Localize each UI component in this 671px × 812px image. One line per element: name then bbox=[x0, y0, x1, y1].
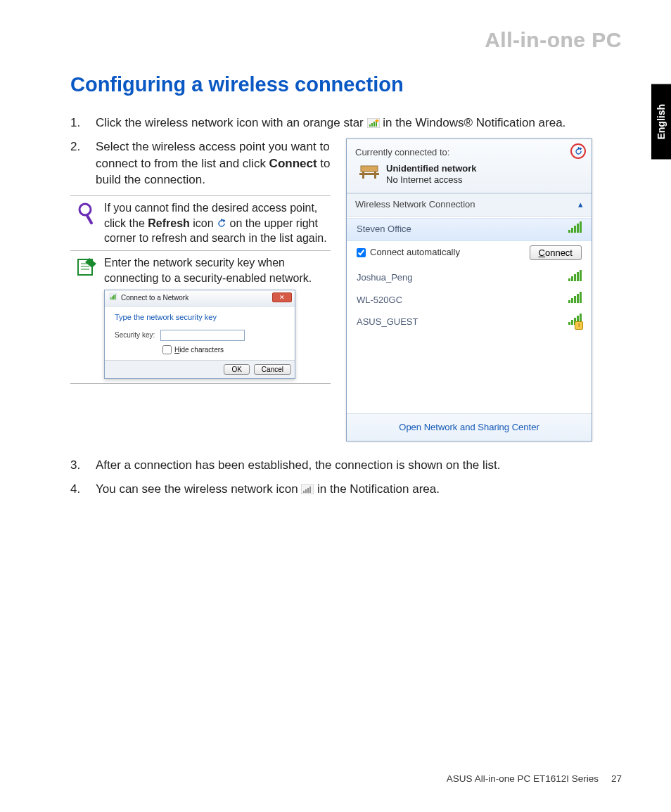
step-4-text: You can see the wireless network icon in… bbox=[96, 481, 629, 498]
security-key-dialog: Connect to a Network ✕ Type the network … bbox=[104, 290, 295, 379]
hide-characters-label: Hide characters bbox=[174, 345, 224, 355]
hide-characters-checkbox[interactable] bbox=[162, 345, 172, 354]
refresh-icon bbox=[217, 217, 226, 227]
network-item[interactable]: Steven Office bbox=[347, 218, 592, 241]
svg-marker-8 bbox=[224, 219, 226, 222]
network-flyout: Currently connected to: Unidentified net… bbox=[346, 138, 592, 442]
open-network-center-link[interactable]: Open Network and Sharing Center bbox=[347, 413, 592, 441]
svg-rect-7 bbox=[85, 214, 93, 225]
dialog-icon bbox=[109, 292, 117, 304]
step-number: 2. bbox=[70, 138, 96, 188]
step-3-text: After a connection has been established,… bbox=[96, 457, 629, 474]
chevron-up-icon[interactable]: ▴ bbox=[578, 198, 583, 211]
network-name: Unidentified network bbox=[386, 163, 477, 174]
svg-rect-27 bbox=[307, 488, 309, 493]
network-item[interactable]: WL-520GC bbox=[347, 289, 592, 311]
footer-model: ASUS All-in-one PC ET1612I Series bbox=[447, 773, 599, 784]
notepad-icon bbox=[70, 255, 104, 379]
step-number: 4. bbox=[70, 481, 96, 498]
svg-rect-19 bbox=[361, 166, 378, 172]
refresh-button[interactable] bbox=[570, 143, 586, 159]
park-bench-icon bbox=[359, 163, 381, 183]
step-number: 3. bbox=[70, 457, 96, 474]
dialog-prompt: Type the network security key bbox=[115, 312, 285, 323]
svg-rect-26 bbox=[305, 489, 307, 493]
connection-section-label: Wireless Network Connection bbox=[355, 198, 475, 211]
ok-button[interactable]: OK bbox=[224, 364, 249, 375]
magnifier-icon bbox=[70, 200, 104, 246]
network-item[interactable]: ASUS_GUEST bbox=[347, 311, 592, 333]
svg-rect-2 bbox=[371, 123, 373, 127]
step-2-text: Select the wireless access point you wan… bbox=[96, 138, 331, 188]
page-title: Configuring a wireless connection bbox=[70, 73, 629, 96]
step-number: 1. bbox=[70, 115, 96, 131]
step-1-text: Click the wireless network icon with an … bbox=[96, 115, 629, 131]
connect-button[interactable]: Connect bbox=[530, 245, 582, 260]
dialog-title: Connect to a Network bbox=[121, 293, 188, 303]
connected-to-label: Currently connected to: bbox=[355, 146, 583, 159]
network-status: No Internet access bbox=[386, 174, 477, 186]
svg-rect-17 bbox=[113, 295, 115, 299]
wireless-star-icon bbox=[367, 116, 380, 126]
svg-rect-22 bbox=[359, 173, 379, 175]
svg-rect-3 bbox=[373, 122, 375, 127]
svg-rect-28 bbox=[309, 486, 311, 493]
page-number: 27 bbox=[611, 773, 622, 784]
svg-rect-25 bbox=[303, 491, 305, 493]
security-note: Enter the network security key when conn… bbox=[104, 255, 331, 285]
close-icon[interactable]: ✕ bbox=[272, 292, 292, 302]
cancel-button[interactable]: Cancel bbox=[254, 364, 291, 375]
connect-automatically-checkbox[interactable]: Connect automatically bbox=[357, 246, 460, 259]
svg-rect-15 bbox=[110, 297, 112, 299]
network-item[interactable]: Joshua_Peng bbox=[347, 267, 592, 289]
security-key-input[interactable] bbox=[160, 330, 245, 341]
refresh-note: If you cannot find the desired access po… bbox=[104, 200, 331, 246]
language-tab: English bbox=[651, 84, 671, 160]
product-header: All-in-one PC bbox=[70, 28, 629, 52]
svg-rect-16 bbox=[112, 297, 113, 300]
svg-rect-1 bbox=[369, 124, 371, 127]
wireless-icon bbox=[301, 482, 314, 492]
svg-rect-18 bbox=[115, 295, 116, 300]
security-key-label: Security key: bbox=[115, 330, 155, 340]
svg-point-6 bbox=[79, 204, 91, 215]
